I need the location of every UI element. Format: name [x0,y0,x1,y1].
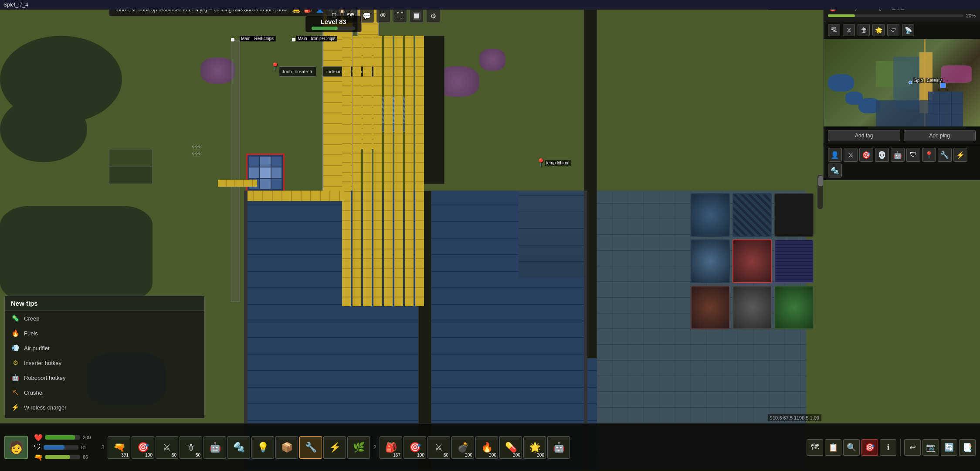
belt-cluster [342,36,429,306]
entity-icon-6[interactable]: 🛡 [906,148,920,162]
minimap-img[interactable]: SploT CateirIy [824,39,980,126]
hotbar-slot-2-7[interactable]: 🌟200 [523,436,546,459]
hotbar-slot-2-8[interactable]: 🤖 [547,436,570,459]
mm-icon-antenna[interactable]: 📡 [902,24,914,36]
toolbar-zoom[interactable]: ⛶ [393,9,407,23]
hp-icon: ❤️ [34,433,43,442]
artillery-bar-wrap: 20% [828,13,976,18]
tip-air-label: Air purifier [24,345,50,352]
toolbar-settings[interactable]: ⚙ [426,9,440,23]
belt-h-2 [218,180,257,187]
hotbar-slot-2-1[interactable]: 🎒167 [380,436,402,459]
ctrl-divider [900,439,901,456]
hotbar-row3-group: 🔫391 🎯100 ⚔50 🗡50 🤖 🔩 💡 📦 🔧 ⚡ 🌿 [108,436,370,459]
hotbar-slot-2-5[interactable]: 🔥200 [475,436,498,459]
side-scrollbar[interactable] [817,174,823,209]
refinery-1 [519,191,584,278]
toolbar-blueprint[interactable]: 🔲 [410,9,424,23]
tip-wireless-charger[interactable]: ⚡ Wireless charger [5,400,204,415]
ctrl-undo[interactable]: ↩ [904,439,921,456]
ctrl-copy[interactable]: 📑 [959,439,976,456]
add-tag-button[interactable]: Add tag [828,130,900,141]
armor-bar-fill [44,445,64,450]
mm-player-label: SploT CateirIy [913,78,943,83]
tip-fuels[interactable]: 🔥 Fuels [5,326,204,341]
hotbar-slot-3-11[interactable]: 🌿 [347,436,370,459]
tip-inserter-hotkey[interactable]: ⚙ Inserter hotkey [5,355,204,370]
entity-icon-2[interactable]: ⚔ [844,148,858,162]
player-info: 🧑 [4,436,28,459]
ctrl-map[interactable]: 🗺 [807,439,823,456]
belt-h-1 [244,191,344,201]
tip-creep[interactable]: 🦠 Creep [5,311,204,326]
armor-val: 81 [81,445,92,450]
ammo-bar-bg [45,455,80,459]
coord-display: 910.6 67.5 1190.5 1.00 [768,414,821,421]
hotbar-slot-3-1[interactable]: 🔫391 [108,436,130,459]
hp-val: 200 [83,435,93,440]
entity-icon-7[interactable]: 📍 [922,148,936,162]
ctrl-info[interactable]: ℹ [880,439,896,456]
entity-icon-10[interactable]: 🔩 [828,164,842,177]
hotbar-slot-2-2[interactable]: 🎯100 [404,436,426,459]
ctrl-attack[interactable]: 🎯 [861,439,878,456]
toolbar-chat[interactable]: 💬 [360,9,374,23]
mm-icon-spawn[interactable]: 🌟 [872,24,885,36]
entity-icon-9[interactable]: ⚡ [953,148,967,162]
tip-roboport-label: Roboport hotkey [24,375,65,381]
tip-crusher[interactable]: ⛏ Crusher [5,385,204,400]
entity-icon-4[interactable]: 💀 [875,148,889,162]
hp-row: ❤️ 200 [34,433,93,442]
biters-1 [200,58,235,84]
artillery-bar-fill [828,14,855,17]
hotbar-slot-3-5[interactable]: 🤖 [203,436,226,459]
hotbar-slot-3-2[interactable]: 🎯100 [132,436,154,459]
question-marks: ??? ??? [192,145,200,158]
hotbar-slot-3-3[interactable]: ⚔50 [156,436,178,459]
scrollbar-thumb[interactable] [818,176,823,186]
add-ping-button[interactable]: Add ping [904,130,976,141]
tip-air-purifier[interactable]: 💨 Air purifier [5,341,204,355]
hotbar-slot-2-4[interactable]: 💣200 [451,436,474,459]
hotbar-row2: 🎒167 🎯100 ⚔50 💣200 🔥200 💊200 🌟200 🤖 [380,436,570,459]
ctrl-blueprint[interactable]: 📋 [825,439,841,456]
entity-icon-5[interactable]: 🤖 [891,148,905,162]
tip-air-icon: 💨 [11,344,20,352]
hotbar-slot-3-4[interactable]: 🗡50 [180,436,202,459]
ctrl-camera[interactable]: 📷 [922,439,939,456]
hotbar-slot-2-3[interactable]: ⚔50 [427,436,450,459]
hotbar-slot-2-6[interactable]: 💊200 [499,436,522,459]
tip-crusher-icon: ⛏ [11,388,20,397]
mm-biters-1 [941,65,972,83]
mm-icon-trash[interactable]: 🗑 [858,24,870,36]
map-label-redchips: Main - Red chips [240,36,275,41]
mm-icon-buildings[interactable]: 🏗 [828,24,840,36]
mm-player-icon [940,83,946,88]
entity-icon-3[interactable]: 🎯 [859,148,873,162]
tip-inserter-label: Inserter hotkey [24,360,61,366]
toolbar-alerts[interactable]: 👁 [376,9,390,23]
map-label-iron: Main - Iron [296,36,320,41]
hotbar-row3: 🔫391 🎯100 ⚔50 🗡50 🤖 🔩 💡 📦 🔧 ⚡ 🌿 [108,436,370,459]
tip-wireless-label: Wireless charger [24,404,67,411]
ammo-val: 86 [83,454,93,460]
artillery-pct: 20% [966,13,976,18]
entity-icon-8[interactable]: 🔧 [938,148,952,162]
hotbar-slot-3-7[interactable]: 💡 [251,436,274,459]
mm-player-dot [909,81,912,84]
tip-roboport-hotkey[interactable]: 🤖 Roboport hotkey [5,370,204,385]
hotbar-slot-3-9[interactable]: 🔧 [299,436,322,459]
tip-fuels-label: Fuels [24,330,38,337]
pin-lithium: 📍 [536,158,546,167]
minimap-entity-icons: 👤 ⚔ 🎯 💀 🤖 🛡 📍 🔧 ⚡ 🔩 [824,145,980,180]
ctrl-zoom-in[interactable]: 🔍 [843,439,860,456]
label-lithium: temp lithium [545,160,571,166]
ctrl-rotate[interactable]: 🔄 [941,439,957,456]
mm-icon-sword[interactable]: ⚔ [843,24,855,36]
tips-header: New tips [5,296,204,311]
hotbar-slot-3-8[interactable]: 📦 [275,436,298,459]
hotbar-slot-3-6[interactable]: 🔩 [227,436,250,459]
mm-icon-shield[interactable]: 🛡 [887,24,899,36]
hotbar-slot-3-10[interactable]: ⚡ [323,436,346,459]
entity-icon-1[interactable]: 👤 [828,148,842,162]
